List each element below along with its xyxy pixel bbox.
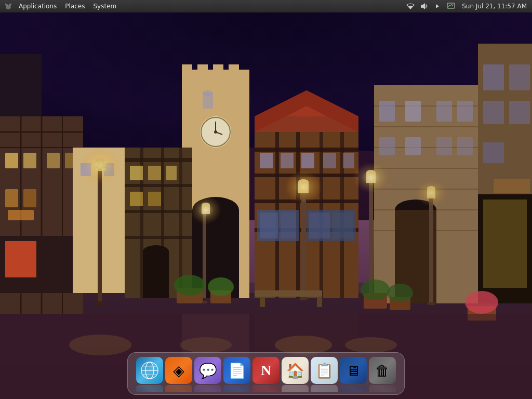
svg-point-3 [5, 4, 7, 5]
svg-rect-82 [301, 153, 314, 168]
applications-menu[interactable]: Applications [15, 0, 61, 12]
dock-icon-frostwise [136, 357, 163, 384]
svg-rect-79 [332, 212, 353, 238]
dock-reflection-nvalt [252, 385, 280, 392]
dock-reflection-pages [223, 385, 250, 392]
dock-item-home[interactable]: 🏠 [282, 357, 309, 392]
svg-rect-22 [23, 153, 36, 168]
svg-rect-116 [494, 179, 530, 193]
dock-item-frostwise[interactable] [136, 357, 163, 392]
dock-reflection-reeder [165, 385, 192, 392]
dock-icon-nvalt: N [252, 357, 280, 384]
svg-rect-61 [148, 192, 161, 206]
dock: ◈💬📄N🏠📋🖥🗑 [127, 352, 405, 395]
svg-rect-105 [436, 137, 452, 155]
svg-rect-128 [301, 189, 306, 298]
svg-rect-62 [143, 251, 169, 298]
svg-rect-81 [281, 153, 294, 168]
dock-item-reeder[interactable]: ◈ [165, 357, 192, 392]
svg-rect-59 [166, 166, 177, 180]
power-icon[interactable] [432, 0, 443, 12]
svg-rect-154 [260, 297, 265, 307]
dock-reflection-chat [194, 385, 221, 392]
svg-point-4 [10, 4, 12, 5]
svg-rect-30 [8, 210, 34, 220]
svg-rect-138 [429, 194, 433, 303]
svg-rect-76 [281, 212, 296, 238]
dock-icon-chat: 💬 [194, 357, 221, 384]
svg-rect-84 [343, 153, 354, 168]
svg-rect-36 [182, 64, 192, 80]
svg-rect-104 [405, 137, 421, 155]
desktop-wallpaper [0, 12, 532, 399]
svg-rect-57 [130, 166, 143, 180]
dock-icon-reeder: ◈ [165, 357, 192, 384]
svg-rect-29 [5, 241, 36, 277]
svg-rect-110 [483, 200, 527, 288]
svg-rect-56 [179, 148, 182, 298]
svg-rect-153 [255, 290, 322, 297]
system-menu[interactable]: System [89, 0, 121, 12]
svg-point-48 [203, 90, 213, 96]
svg-rect-112 [509, 64, 530, 90]
dock-icon-pages: 📄 [223, 357, 250, 384]
panel-left: Applications Places System [2, 0, 121, 12]
svg-point-148 [361, 280, 390, 300]
svg-rect-118 [96, 301, 104, 305]
svg-point-132 [285, 170, 322, 204]
svg-rect-111 [483, 64, 504, 90]
dock-item-trash[interactable]: 🗑 [369, 357, 396, 392]
dock-item-nvalt[interactable]: N [252, 357, 280, 392]
gnome-foot-icon[interactable] [2, 0, 15, 12]
panel-right: Sun Jul 21, 11:57 AM [405, 0, 530, 12]
network-icon[interactable] [405, 0, 416, 12]
svg-rect-101 [436, 101, 452, 122]
svg-rect-24 [23, 189, 36, 207]
svg-rect-103 [379, 137, 395, 155]
svg-rect-78 [309, 212, 330, 238]
svg-rect-58 [148, 166, 161, 180]
svg-point-137 [353, 162, 389, 193]
svg-rect-106 [457, 137, 473, 155]
dock-item-pages[interactable]: 📄 [223, 357, 250, 392]
svg-rect-23 [5, 189, 18, 207]
svg-rect-117 [98, 168, 102, 303]
svg-point-146 [208, 277, 234, 296]
svg-point-152 [465, 291, 498, 314]
svg-rect-21 [5, 153, 18, 168]
dock-reflection-frostwise [136, 385, 163, 392]
svg-rect-37 [197, 64, 208, 80]
dock-icon-home: 🏠 [282, 357, 309, 384]
svg-rect-75 [260, 212, 278, 238]
dock-icon-trash: 🗑 [369, 357, 396, 384]
svg-rect-5 [421, 5, 423, 8]
dock-item-desktop[interactable]: 🖥 [340, 357, 367, 392]
dock-item-chat[interactable]: 💬 [194, 357, 221, 392]
svg-rect-115 [483, 142, 504, 163]
svg-rect-113 [483, 101, 504, 124]
svg-point-144 [174, 275, 205, 296]
volume-icon[interactable] [418, 0, 430, 12]
svg-point-142 [416, 180, 447, 206]
svg-rect-129 [300, 297, 308, 300]
svg-rect-38 [213, 64, 223, 80]
svg-point-122 [79, 148, 121, 184]
sysmonitor-icon[interactable] [445, 0, 457, 12]
dock-reflection-desktop [340, 385, 367, 392]
svg-point-150 [387, 284, 413, 302]
datetime-display[interactable]: Sun Jul 21, 11:57 AM [459, 0, 530, 12]
svg-rect-139 [428, 302, 435, 305]
dock-reflection-notes [311, 385, 338, 392]
dock-reflection-home [282, 385, 309, 392]
places-menu[interactable]: Places [61, 0, 89, 12]
dock-item-notes[interactable]: 📋 [311, 357, 338, 392]
svg-rect-60 [130, 192, 143, 206]
svg-rect-83 [323, 153, 336, 168]
dock-icon-notes: 📋 [311, 357, 338, 384]
svg-point-127 [190, 195, 221, 224]
svg-rect-114 [509, 101, 530, 124]
svg-rect-99 [379, 101, 395, 122]
dock-reflection-trash [369, 385, 396, 392]
svg-rect-102 [457, 101, 473, 122]
svg-rect-100 [405, 101, 421, 122]
